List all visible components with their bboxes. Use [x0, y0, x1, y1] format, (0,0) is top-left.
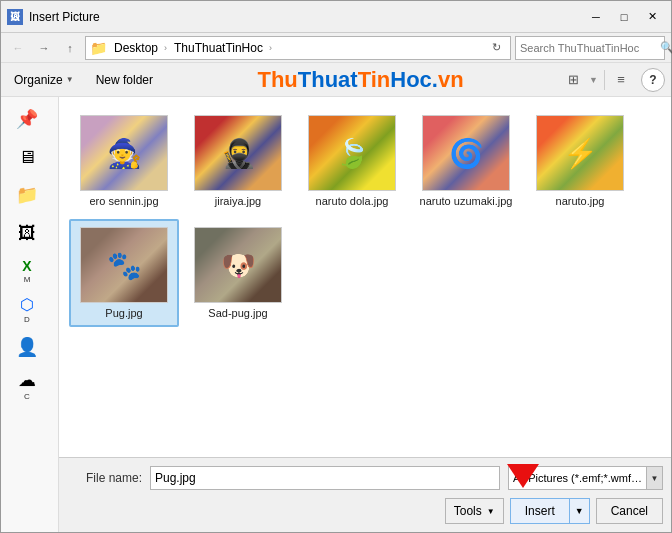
tools-label: Tools	[454, 504, 482, 518]
minimize-button[interactable]: ─	[583, 6, 609, 28]
thumb-inner: 🌀	[423, 116, 509, 190]
address-bar: 📁 Desktop › ThuThuatTinHoc › ↻	[85, 36, 511, 60]
maximize-button[interactable]: □	[611, 6, 637, 28]
view-controls: ⊞ ▼ ≡	[561, 68, 633, 92]
file-type-select[interactable]: All Pictures (*.emf;*.wmf;*.jpg;* ▼	[508, 466, 663, 490]
brand-thuat: Thuat	[298, 67, 358, 92]
file-name: naruto uzumaki.jpg	[420, 195, 513, 207]
refresh-button[interactable]: ↻	[486, 38, 506, 58]
thumb-inner: 🐾	[81, 228, 167, 302]
brand-tin: Tin	[358, 67, 391, 92]
file-thumbnail: 🐶	[194, 227, 282, 303]
file-type-arrow-icon: ▼	[646, 467, 662, 489]
file-name: jiraiya.jpg	[215, 195, 261, 207]
path-chevron-1: ›	[162, 43, 169, 53]
sidebar-item-dropbox[interactable]: ⬡ D	[3, 291, 51, 327]
divider	[604, 70, 605, 90]
toolbar: Organize ▼ New folder ThuThuatTinHoc.vn …	[1, 63, 671, 97]
title-bar-controls: ─ □ ✕	[583, 6, 665, 28]
file-thumbnail: 🍃	[308, 115, 396, 191]
list-item[interactable]: 🌀 naruto uzumaki.jpg	[411, 107, 521, 215]
view-button[interactable]: ⊞	[561, 68, 585, 92]
sidebar-item-documents[interactable]: 📁	[3, 177, 51, 213]
pin-icon: 📌	[16, 108, 38, 130]
new-folder-button[interactable]: New folder	[89, 69, 160, 91]
thumb-inner: 🍃	[309, 116, 395, 190]
dropbox-label: D	[24, 315, 30, 324]
insert-split-button: Insert ▼	[510, 498, 590, 524]
list-item[interactable]: 🐶 Sad-pug.jpg	[183, 219, 293, 327]
sidebar: 📌 🖥 📁 🖼 X M ⬡ D 👤 ☁	[1, 97, 59, 532]
nav-bar: ← → ↑ 📁 Desktop › ThuThuatTinHoc › ↻ 🔍	[1, 33, 671, 63]
list-item[interactable]: 🧙 ero sennin.jpg	[69, 107, 179, 215]
path-chevron-2: ›	[267, 43, 274, 53]
details-view-button[interactable]: ≡	[609, 68, 633, 92]
file-type-text: All Pictures (*.emf;*.wmf;*.jpg;*	[509, 472, 646, 484]
folder-icon: 📁	[16, 184, 38, 206]
close-button[interactable]: ✕	[639, 6, 665, 28]
excel-icon: X	[22, 258, 31, 274]
cloud-icon: ☁	[18, 369, 36, 391]
search-icon: 🔍	[660, 41, 672, 54]
window-title: Insert Picture	[29, 10, 583, 24]
path-desktop[interactable]: Desktop	[111, 39, 161, 57]
sidebar-item-desktop[interactable]: 🖥	[3, 139, 51, 175]
new-folder-label: New folder	[96, 73, 153, 87]
sidebar-item-excel[interactable]: X M	[3, 253, 51, 289]
file-name-label: File name:	[67, 471, 142, 485]
title-bar: 🖼 Insert Picture ─ □ ✕	[1, 1, 671, 33]
sidebar-item-cloud[interactable]: ☁ C	[3, 367, 51, 403]
window-icon: 🖼	[7, 9, 23, 25]
insert-picture-dialog: 🖼 Insert Picture ─ □ ✕ ← → ↑ 📁 Desktop ›…	[0, 0, 672, 533]
search-bar: 🔍	[515, 36, 665, 60]
list-item[interactable]: 🍃 naruto dola.jpg	[297, 107, 407, 215]
brand-logo: ThuThuatTinHoc.vn	[168, 67, 553, 93]
brand-hoc: Hoc	[390, 67, 432, 92]
content-wrapper: 🧙 ero sennin.jpg 🥷 jiraiya.jpg 🍃	[59, 97, 671, 532]
file-name-row: File name: All Pictures (*.emf;*.wmf;*.j…	[67, 466, 663, 490]
cloud-label: C	[24, 392, 30, 401]
thumb-inner: 🐶	[195, 228, 281, 302]
list-item[interactable]: ⚡ naruto.jpg	[525, 107, 635, 215]
insert-main-button[interactable]: Insert	[511, 499, 570, 523]
insert-dropdown-button[interactable]: ▼	[570, 499, 589, 523]
file-name: naruto dola.jpg	[316, 195, 389, 207]
file-name-input[interactable]	[150, 466, 500, 490]
file-thumbnail: 🥷	[194, 115, 282, 191]
thumb-inner: 🥷	[195, 116, 281, 190]
list-item[interactable]: 🥷 jiraiya.jpg	[183, 107, 293, 215]
search-input[interactable]	[520, 42, 658, 54]
help-button[interactable]: ?	[641, 68, 665, 92]
forward-button[interactable]: →	[33, 37, 55, 59]
tools-arrow-icon: ▼	[487, 507, 495, 516]
folder-icon: 📁	[90, 40, 107, 56]
path-part-desktop: Desktop ›	[111, 39, 169, 57]
organize-arrow-icon: ▼	[66, 75, 74, 84]
view-arrow-icon: ▼	[587, 75, 600, 85]
path-folder[interactable]: ThuThuatTinHoc	[171, 39, 266, 57]
brand-thu: Thu	[257, 67, 297, 92]
user-icon: 👤	[16, 336, 38, 358]
main-area: 📌 🖥 📁 🖼 X M ⬡ D 👤 ☁	[1, 97, 671, 532]
sidebar-item-user[interactable]: 👤	[3, 329, 51, 365]
file-thumbnail: 🐾	[80, 227, 168, 303]
organize-label: Organize	[14, 73, 63, 87]
list-item[interactable]: 🐾 Pug.jpg	[69, 219, 179, 327]
bottom-bar: File name: All Pictures (*.emf;*.wmf;*.j…	[59, 457, 671, 532]
back-button[interactable]: ←	[7, 37, 29, 59]
file-thumbnail: 🧙	[80, 115, 168, 191]
cancel-button[interactable]: Cancel	[596, 498, 663, 524]
thumb-inner: 🧙	[81, 116, 167, 190]
brand-vn: vn	[438, 67, 464, 92]
up-button[interactable]: ↑	[59, 37, 81, 59]
file-name: Pug.jpg	[105, 307, 142, 319]
organize-button[interactable]: Organize ▼	[7, 69, 81, 91]
tools-button[interactable]: Tools ▼	[445, 498, 504, 524]
pictures-icon: 🖼	[18, 223, 36, 244]
sidebar-item-pictures[interactable]: 🖼	[3, 215, 51, 251]
file-name: Sad-pug.jpg	[208, 307, 267, 319]
path-part-folder: ThuThuatTinHoc ›	[171, 39, 274, 57]
sidebar-item-pinned[interactable]: 📌	[3, 101, 51, 137]
file-name: ero sennin.jpg	[89, 195, 158, 207]
action-row: Tools ▼ Insert ▼ Cancel	[67, 498, 663, 524]
